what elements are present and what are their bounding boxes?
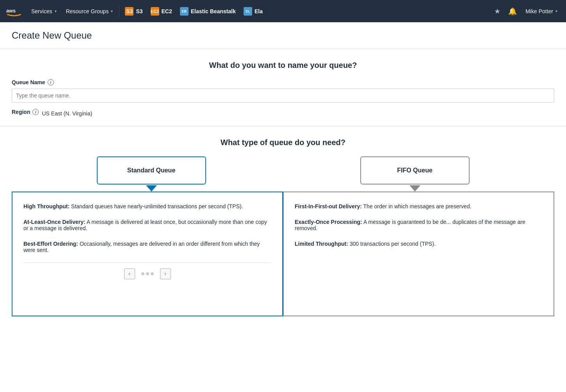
standard-queue-btn-wrapper: Standard Queue [20,156,283,184]
region-row: Region i US East (N. Virginia) [12,109,554,118]
services-chevron-icon: ▾ [55,9,57,13]
standard-panel-bottom-bar: ‹ › [23,263,271,279]
standard-arrow-wrapper [20,184,283,192]
standard-selected-arrow-icon [146,185,157,192]
fifo-feature-2-title: Exactly-Once Processing: [295,219,362,225]
fifo-feature-3: Limited Throughput: 300 transactions per… [295,241,543,247]
fifo-unselected-arrow-icon [409,185,420,192]
fifo-queue-panel: First-In-First-out Delivery: The order i… [283,192,554,316]
fifo-feature-3-desc: 300 transactions per second (TPS). [350,241,436,247]
queue-type-buttons-row: Standard Queue FIFO Queue [12,156,554,184]
standard-feature-1: High Throughput: Standard queues have ne… [23,203,271,209]
region-label: Region i [12,109,39,115]
fifo-feature-3-title: Limited Throughput: [295,241,348,247]
nav-divider-1 [119,5,119,17]
fifo-arrow-wrapper [283,184,546,192]
user-menu[interactable]: Mike Potter ▾ [522,0,561,22]
s3-icon: S3 [125,7,133,16]
ela-icon: EL [244,7,252,16]
nav-resource-groups[interactable]: Resource Groups ▾ [61,0,118,22]
elastic-beanstalk-icon: EB [180,7,189,16]
queue-arrows-row [12,184,554,192]
queue-details-container: High Throughput: Standard queues have ne… [12,192,554,316]
user-chevron-icon: ▾ [555,9,557,13]
standard-queue-button[interactable]: Standard Queue [97,156,206,184]
fifo-feature-2: Exactly-Once Processing: A message is gu… [295,219,543,231]
standard-feature-1-desc: Standard queues have nearly-unlimited tr… [71,203,243,209]
queue-name-heading: What do you want to name your queue? [12,61,554,70]
queue-type-section: What type of queue do you need? Standard… [12,126,554,316]
fifo-queue-btn-wrapper: FIFO Queue [283,156,546,184]
standard-queue-panel: High Throughput: Standard queues have ne… [12,192,283,316]
nav-right-group: ★ 🔔 Mike Potter ▾ [491,0,561,22]
standard-feature-1-title: High Throughput: [23,203,69,209]
fifo-feature-1-desc: The order in which messages are preserve… [363,203,472,209]
region-value: US East (N. Virginia) [42,110,92,117]
standard-scroll-left-button[interactable]: ‹ [124,268,135,279]
page-title: Create New Queue [12,30,554,41]
aws-logo[interactable]: aws [5,5,23,17]
queue-type-heading: What type of queue do you need? [12,138,554,147]
standard-scroll-right-button[interactable]: › [160,268,171,279]
resource-groups-chevron-icon: ▾ [111,9,113,13]
ec2-icon: EC2 [151,7,159,16]
nav-ela[interactable]: EL Ela [240,0,267,22]
nav-ec2[interactable]: EC2 EC2 [147,0,176,22]
queue-name-section: What do you want to name your queue? Que… [12,49,554,126]
fifo-queue-button[interactable]: FIFO Queue [360,156,470,184]
queue-name-input[interactable] [12,89,554,103]
nav-s3[interactable]: S3 S3 [121,0,146,22]
svg-text:aws: aws [6,8,16,14]
standard-feature-2: At-Least-Once Delivery: A message is del… [23,219,271,231]
standard-feature-3-title: Best-Effort Ordering: [23,241,78,247]
region-info-icon[interactable]: i [32,109,39,115]
dot-1 [141,272,144,275]
main-content: Create New Queue What do you want to nam… [0,22,566,332]
standard-feature-3: Best-Effort Ordering: Occasionally, mess… [23,241,271,253]
navbar: aws Services ▾ Resource Groups ▾ S3 S3 E… [0,0,566,22]
nav-elastic-beanstalk[interactable]: EB Elastic Beanstalk [176,0,240,22]
dot-2 [146,272,149,275]
queue-name-info-icon[interactable]: i [48,79,54,85]
pin-icon[interactable]: ★ [491,7,504,16]
dot-3 [151,272,154,275]
bell-icon[interactable]: 🔔 [505,7,520,16]
standard-feature-2-title: At-Least-Once Delivery: [23,219,85,225]
fifo-feature-1: First-In-First-out Delivery: The order i… [295,203,543,209]
fifo-feature-1-title: First-In-First-out Delivery: [295,203,362,209]
nav-services[interactable]: Services ▾ [27,0,61,22]
standard-scroll-dots [141,272,154,275]
queue-name-field-label: Queue Name i [12,79,554,85]
